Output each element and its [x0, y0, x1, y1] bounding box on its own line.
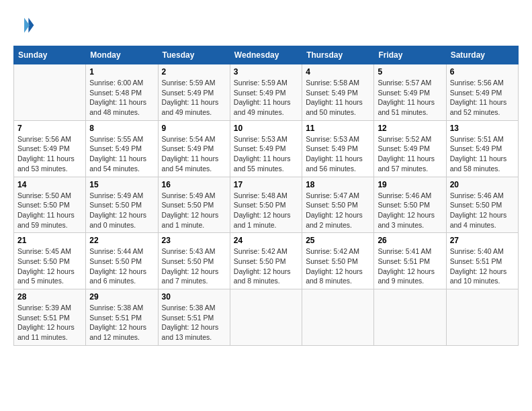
day-info: Sunrise: 5:45 AMSunset: 5:50 PMDaylight:… [17, 246, 82, 286]
day-info: Sunrise: 6:00 AMSunset: 5:48 PMDaylight:… [89, 78, 154, 118]
day-info: Sunrise: 5:53 AMSunset: 5:49 PMDaylight:… [306, 134, 370, 174]
day-info: Sunrise: 5:56 AMSunset: 5:49 PMDaylight:… [17, 134, 82, 174]
calendar-cell: 18Sunrise: 5:47 AMSunset: 5:50 PMDayligh… [302, 177, 374, 233]
day-info: Sunrise: 5:57 AMSunset: 5:49 PMDaylight:… [378, 78, 442, 118]
day-number: 28 [17, 292, 82, 302]
day-info: Sunrise: 5:52 AMSunset: 5:49 PMDaylight:… [378, 134, 442, 174]
calendar-cell [374, 289, 446, 346]
logo [13, 13, 38, 35]
weekday-header-wednesday: Wednesday [230, 46, 302, 64]
weekday-header-tuesday: Tuesday [158, 46, 230, 64]
page-header [13, 13, 519, 35]
day-number: 13 [450, 124, 515, 133]
day-info: Sunrise: 5:51 AMSunset: 5:49 PMDaylight:… [450, 134, 515, 174]
calendar-cell [14, 64, 86, 121]
day-number: 29 [89, 292, 154, 302]
day-info: Sunrise: 5:50 AMSunset: 5:50 PMDaylight:… [17, 191, 82, 230]
day-number: 19 [378, 180, 442, 189]
day-number: 15 [89, 180, 154, 189]
day-number: 26 [378, 236, 442, 245]
day-number: 2 [162, 67, 226, 77]
calendar-cell: 11Sunrise: 5:53 AMSunset: 5:49 PMDayligh… [302, 120, 374, 177]
day-number: 1 [89, 67, 154, 77]
calendar-cell: 1Sunrise: 6:00 AMSunset: 5:48 PMDaylight… [86, 64, 158, 121]
calendar-cell: 24Sunrise: 5:42 AMSunset: 5:50 PMDayligh… [230, 233, 302, 289]
day-number: 17 [234, 180, 298, 189]
calendar-cell: 3Sunrise: 5:59 AMSunset: 5:49 PMDaylight… [230, 64, 302, 121]
calendar-table: SundayMondayTuesdayWednesdayThursdayFrid… [13, 46, 519, 346]
day-info: Sunrise: 5:47 AMSunset: 5:50 PMDaylight:… [306, 191, 370, 230]
weekday-header-thursday: Thursday [302, 46, 374, 64]
day-info: Sunrise: 5:46 AMSunset: 5:50 PMDaylight:… [378, 191, 442, 230]
day-info: Sunrise: 5:48 AMSunset: 5:50 PMDaylight:… [234, 191, 298, 230]
day-number: 3 [234, 67, 298, 77]
calendar-cell: 17Sunrise: 5:48 AMSunset: 5:50 PMDayligh… [230, 177, 302, 233]
calendar-cell: 4Sunrise: 5:58 AMSunset: 5:49 PMDaylight… [302, 64, 374, 121]
calendar-cell: 19Sunrise: 5:46 AMSunset: 5:50 PMDayligh… [374, 177, 446, 233]
calendar-cell: 9Sunrise: 5:54 AMSunset: 5:49 PMDaylight… [158, 120, 230, 177]
calendar-cell: 12Sunrise: 5:52 AMSunset: 5:49 PMDayligh… [374, 120, 446, 177]
calendar-cell: 8Sunrise: 5:55 AMSunset: 5:49 PMDaylight… [86, 120, 158, 177]
calendar-cell: 13Sunrise: 5:51 AMSunset: 5:49 PMDayligh… [446, 120, 518, 177]
day-info: Sunrise: 5:38 AMSunset: 5:51 PMDaylight:… [162, 303, 226, 342]
day-info: Sunrise: 5:41 AMSunset: 5:51 PMDaylight:… [378, 246, 442, 286]
day-number: 12 [378, 124, 442, 133]
calendar-cell: 25Sunrise: 5:42 AMSunset: 5:50 PMDayligh… [302, 233, 374, 289]
logo-icon [13, 13, 35, 35]
calendar-cell [446, 289, 518, 346]
day-info: Sunrise: 5:42 AMSunset: 5:50 PMDaylight:… [234, 246, 298, 286]
day-number: 24 [234, 236, 298, 245]
day-info: Sunrise: 5:55 AMSunset: 5:49 PMDaylight:… [89, 134, 154, 174]
day-info: Sunrise: 5:59 AMSunset: 5:49 PMDaylight:… [234, 78, 298, 118]
day-info: Sunrise: 5:40 AMSunset: 5:51 PMDaylight:… [450, 246, 515, 286]
day-number: 25 [306, 236, 370, 245]
calendar-cell: 21Sunrise: 5:45 AMSunset: 5:50 PMDayligh… [14, 233, 86, 289]
day-info: Sunrise: 5:39 AMSunset: 5:51 PMDaylight:… [17, 303, 82, 342]
day-info: Sunrise: 5:46 AMSunset: 5:50 PMDaylight:… [450, 191, 515, 230]
day-number: 16 [162, 180, 226, 189]
day-info: Sunrise: 5:42 AMSunset: 5:50 PMDaylight:… [306, 246, 370, 286]
day-info: Sunrise: 5:49 AMSunset: 5:50 PMDaylight:… [162, 191, 226, 230]
calendar-cell: 5Sunrise: 5:57 AMSunset: 5:49 PMDaylight… [374, 64, 446, 121]
day-number: 20 [450, 180, 515, 189]
calendar-cell: 16Sunrise: 5:49 AMSunset: 5:50 PMDayligh… [158, 177, 230, 233]
calendar-cell: 30Sunrise: 5:38 AMSunset: 5:51 PMDayligh… [158, 289, 230, 346]
calendar-cell: 27Sunrise: 5:40 AMSunset: 5:51 PMDayligh… [446, 233, 518, 289]
day-number: 8 [89, 124, 154, 133]
calendar-cell: 28Sunrise: 5:39 AMSunset: 5:51 PMDayligh… [14, 289, 86, 346]
weekday-header-sunday: Sunday [14, 46, 86, 64]
day-number: 9 [162, 124, 226, 133]
calendar-cell: 29Sunrise: 5:38 AMSunset: 5:51 PMDayligh… [86, 289, 158, 346]
day-info: Sunrise: 5:56 AMSunset: 5:49 PMDaylight:… [450, 78, 515, 118]
day-info: Sunrise: 5:44 AMSunset: 5:50 PMDaylight:… [89, 246, 154, 286]
calendar-cell: 7Sunrise: 5:56 AMSunset: 5:49 PMDaylight… [14, 120, 86, 177]
day-number: 6 [450, 67, 515, 77]
calendar-cell: 15Sunrise: 5:49 AMSunset: 5:50 PMDayligh… [86, 177, 158, 233]
calendar-cell: 23Sunrise: 5:43 AMSunset: 5:50 PMDayligh… [158, 233, 230, 289]
day-number: 30 [162, 292, 226, 302]
day-info: Sunrise: 5:54 AMSunset: 5:49 PMDaylight:… [162, 134, 226, 174]
calendar-cell: 14Sunrise: 5:50 AMSunset: 5:50 PMDayligh… [14, 177, 86, 233]
day-number: 4 [306, 67, 370, 77]
day-info: Sunrise: 5:53 AMSunset: 5:49 PMDaylight:… [234, 134, 298, 174]
day-info: Sunrise: 5:58 AMSunset: 5:49 PMDaylight:… [306, 78, 370, 118]
day-number: 7 [17, 124, 82, 133]
day-info: Sunrise: 5:38 AMSunset: 5:51 PMDaylight:… [89, 303, 154, 342]
day-number: 11 [306, 124, 370, 133]
day-number: 5 [378, 67, 442, 77]
day-info: Sunrise: 5:59 AMSunset: 5:49 PMDaylight:… [162, 78, 226, 118]
day-number: 22 [89, 236, 154, 245]
day-number: 23 [162, 236, 226, 245]
calendar-cell [302, 289, 374, 346]
day-info: Sunrise: 5:49 AMSunset: 5:50 PMDaylight:… [89, 191, 154, 230]
calendar-cell [230, 289, 302, 346]
day-number: 21 [17, 236, 82, 245]
weekday-header-friday: Friday [374, 46, 446, 64]
calendar-cell: 6Sunrise: 5:56 AMSunset: 5:49 PMDaylight… [446, 64, 518, 121]
weekday-header-saturday: Saturday [446, 46, 518, 64]
calendar-cell: 20Sunrise: 5:46 AMSunset: 5:50 PMDayligh… [446, 177, 518, 233]
day-number: 10 [234, 124, 298, 133]
calendar-cell: 10Sunrise: 5:53 AMSunset: 5:49 PMDayligh… [230, 120, 302, 177]
day-number: 18 [306, 180, 370, 189]
calendar-cell: 26Sunrise: 5:41 AMSunset: 5:51 PMDayligh… [374, 233, 446, 289]
